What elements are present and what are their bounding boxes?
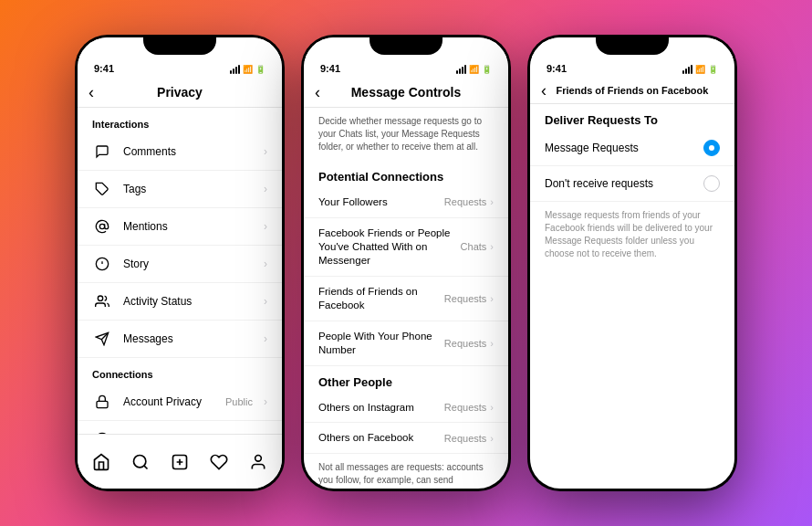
radio-unselected — [703, 175, 720, 192]
svg-point-22 — [133, 455, 145, 467]
heart-icon — [210, 453, 228, 471]
fof-list: Deliver Requests To Message Requests Don… — [530, 104, 734, 489]
tab-home[interactable] — [85, 444, 118, 480]
section-other: Other People — [304, 366, 508, 393]
mc-item-label: Others on Instagram — [318, 401, 444, 415]
radio-label: Message Requests — [545, 142, 694, 154]
section-potential: Potential Connections — [304, 161, 508, 187]
item-label: Account Privacy — [123, 395, 214, 408]
mc-item-val: Requests — [444, 338, 486, 349]
chevron-icon: › — [490, 433, 494, 444]
signal-icon — [456, 65, 466, 74]
deliver-section-title: Deliver Requests To — [530, 104, 734, 131]
list-item[interactable]: Restricted Accounts › — [78, 421, 282, 434]
story-icon — [92, 254, 112, 274]
tab-add[interactable] — [163, 444, 196, 480]
svg-point-5 — [98, 296, 102, 300]
back-button-3[interactable]: ‹ — [541, 81, 547, 100]
list-item[interactable]: Activity Status › — [78, 283, 282, 321]
notch-3 — [596, 35, 669, 55]
privacy-list: Interactions Comments › Tags › — [78, 108, 282, 434]
chevron-icon: › — [490, 293, 494, 304]
chevron-icon: › — [490, 338, 494, 349]
tab-search[interactable] — [124, 444, 157, 480]
activity-icon — [92, 291, 112, 311]
wifi-icon: 📶 — [695, 65, 705, 74]
list-item[interactable]: Story › — [78, 246, 282, 283]
profile-icon — [249, 453, 267, 471]
message-controls-list: Decide whether message requests go to yo… — [304, 108, 508, 489]
mc-list-item[interactable]: Friends of Friends on Facebook Requests … — [304, 277, 508, 321]
tag-icon — [92, 179, 112, 199]
radio-item-message-requests[interactable]: Message Requests — [530, 131, 734, 166]
item-label: Story — [123, 258, 253, 270]
mc-item-val: Requests — [444, 433, 486, 444]
list-item[interactable]: Tags › — [78, 171, 282, 208]
mc-item-val: Requests — [444, 293, 486, 304]
mc-list-item[interactable]: Your Followers Requests › — [304, 187, 508, 218]
status-icons-2: 📶 🔋 — [456, 65, 492, 74]
add-icon — [171, 453, 189, 471]
time-3: 9:41 — [547, 63, 567, 74]
notch-2 — [370, 35, 442, 55]
mc-list-item[interactable]: Others on Facebook Requests › — [304, 423, 508, 454]
radio-item-dont-receive[interactable]: Don't receive requests — [530, 166, 734, 202]
mc-list-item[interactable]: Facebook Friends or People You've Chatte… — [304, 218, 508, 277]
item-label: Activity Status — [123, 295, 253, 308]
mc-item-label: People With Your Phone Number — [318, 330, 444, 357]
mc-list-item[interactable]: People With Your Phone Number Requests › — [304, 321, 508, 366]
description-text: Decide whether message requests go to yo… — [304, 108, 508, 161]
nav-header-3: ‹ Friends of Friends on Facebook — [530, 78, 734, 104]
footer-note: Not all messages are requests: accounts … — [304, 454, 508, 489]
chevron-icon: › — [490, 241, 494, 252]
phone-message-controls: 9:41 📶 🔋 ‹ Message Controls Decide wheth… — [301, 35, 511, 491]
list-item[interactable]: Comments › — [78, 133, 282, 171]
list-item[interactable]: Messages › — [78, 321, 282, 358]
home-icon — [92, 453, 110, 471]
lock-icon — [92, 392, 112, 412]
messages-icon — [92, 329, 112, 349]
mc-item-label: Your Followers — [318, 195, 444, 209]
svg-line-23 — [144, 465, 148, 468]
chevron-icon: › — [264, 220, 267, 233]
mc-item-val: Requests — [444, 402, 486, 413]
svg-point-1 — [99, 224, 104, 228]
chevron-icon: › — [264, 295, 267, 308]
status-icons-1: 📶 🔋 — [230, 65, 265, 74]
signal-icon — [230, 65, 240, 74]
mc-item-label: Facebook Friends or People You've Chatte… — [318, 226, 461, 268]
svg-point-27 — [255, 455, 262, 461]
mc-item-val: Chats — [461, 241, 487, 252]
search-icon — [131, 453, 150, 471]
item-label: Comments — [123, 145, 253, 158]
tab-heart[interactable] — [203, 444, 235, 480]
mc-item-label: Others on Facebook — [318, 431, 444, 445]
chevron-icon: › — [264, 258, 267, 270]
mc-item-val: Requests — [444, 196, 486, 207]
status-icons-3: 📶 🔋 — [682, 65, 718, 74]
battery-icon: 🔋 — [708, 65, 718, 74]
back-button-1[interactable]: ‹ — [88, 83, 94, 102]
item-label: Tags — [123, 183, 253, 195]
wifi-icon: 📶 — [469, 65, 479, 74]
section-interactions: Interactions — [78, 108, 282, 133]
info-text: Message requests from friends of your Fa… — [530, 202, 734, 268]
list-item[interactable]: Mentions › — [78, 208, 282, 246]
signal-icon — [682, 65, 692, 74]
chevron-icon: › — [264, 145, 267, 158]
time-2: 9:41 — [320, 63, 340, 74]
section-connections: Connections — [78, 358, 282, 384]
time-1: 9:41 — [94, 63, 114, 74]
tab-bar — [78, 434, 282, 489]
nav-header-2: ‹ Message Controls — [304, 78, 508, 108]
comment-icon — [92, 142, 112, 162]
tab-profile[interactable] — [242, 444, 275, 480]
nav-header-1: ‹ Privacy — [78, 78, 282, 108]
radio-label: Don't receive requests — [545, 177, 694, 190]
notch-1 — [143, 35, 216, 55]
mc-list-item[interactable]: Others on Instagram Requests › — [304, 393, 508, 424]
item-val: Public — [225, 396, 253, 407]
back-button-2[interactable]: ‹ — [315, 83, 320, 102]
chevron-icon: › — [490, 196, 494, 207]
list-item[interactable]: Account Privacy Public › — [78, 384, 282, 421]
